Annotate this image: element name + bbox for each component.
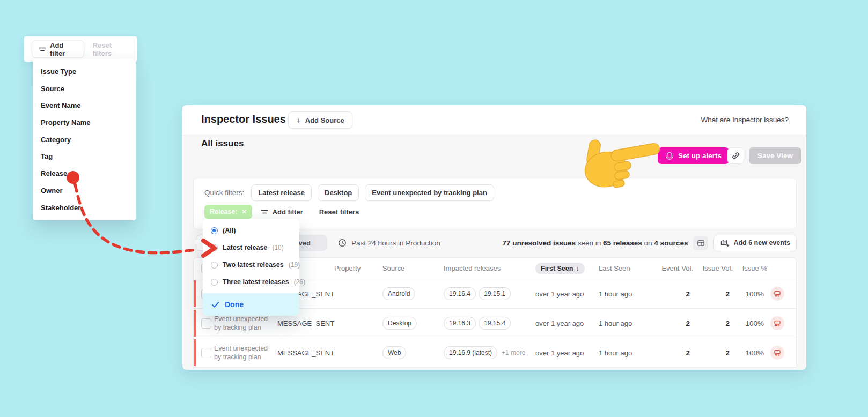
time-range-label: Past 24 hours in Production xyxy=(351,239,440,247)
last-seen-cell: 1 hour ago xyxy=(599,290,652,298)
first-seen-cell: over 1 year ago xyxy=(535,349,595,357)
radio-selected-icon xyxy=(211,227,218,234)
col-issue-vol[interactable]: Issue Vol. xyxy=(696,264,733,272)
reset-filters-button[interactable]: Reset filters xyxy=(319,208,359,216)
col-impacted-releases[interactable]: Impacted releases xyxy=(444,264,532,272)
row-checkbox[interactable] xyxy=(201,348,211,358)
filter-menu-item-stakeholder[interactable]: Stakeholder xyxy=(33,199,136,217)
release-option-count: (19) xyxy=(289,261,300,269)
release-badge: 19.15.1 xyxy=(479,287,511,300)
release-option-label: Three latest releases xyxy=(223,278,289,286)
issue-vol-cell: 2 xyxy=(696,319,733,327)
issue-vol-cell: 2 xyxy=(696,349,733,357)
issue-type-cell: Event unexpected by tracking plan xyxy=(214,315,274,332)
release-option-three-latest[interactable]: Three latest releases (26) xyxy=(203,273,299,291)
summary-sources-count: 4 sources xyxy=(654,239,688,247)
save-view-button[interactable]: Save View xyxy=(749,147,801,164)
release-option-two-latest[interactable]: Two latest releases (19) xyxy=(203,256,299,273)
add-source-label: Add Source xyxy=(305,116,344,124)
col-source[interactable]: Source xyxy=(382,264,440,272)
add-source-button[interactable]: + Add Source xyxy=(288,111,352,129)
filter-menu-item-issue-type[interactable]: Issue Type xyxy=(33,63,136,80)
filter-lines-icon xyxy=(39,46,46,53)
release-filter-chip[interactable]: Release: ✕ xyxy=(204,205,252,219)
last-seen-cell: 1 hour ago xyxy=(599,319,652,327)
close-icon[interactable]: ✕ xyxy=(241,208,246,215)
table-view-button[interactable] xyxy=(693,236,708,250)
clock-icon xyxy=(338,239,347,247)
release-badge: 19.16.3 xyxy=(444,317,476,330)
filter-menu-item-property-name[interactable]: Property Name xyxy=(33,114,136,131)
summary-text: on xyxy=(642,239,654,247)
release-option-label: Two latest releases xyxy=(223,261,284,269)
filter-lines-icon xyxy=(261,208,268,215)
filter-menu-item-event-name[interactable]: Event Name xyxy=(33,97,136,114)
release-option-label: Latest release xyxy=(223,244,267,251)
bell-icon xyxy=(665,152,674,160)
section-title: All issues xyxy=(201,138,244,149)
filter-menu-item-source[interactable]: Source xyxy=(33,80,136,98)
event-vol-cell: 2 xyxy=(656,319,693,327)
first-seen-cell: over 1 year ago xyxy=(535,290,595,298)
copy-link-button[interactable] xyxy=(727,147,744,164)
issue-vol-cell: 2 xyxy=(696,290,733,298)
tracking-plan-issue-icon xyxy=(770,287,784,301)
add-new-events-label: Add 6 new events xyxy=(733,239,790,247)
release-option-count: (10) xyxy=(272,244,283,251)
filter-type-menu: Issue Type Source Event Name Property Na… xyxy=(33,59,136,220)
plus-icon: + xyxy=(296,116,301,125)
source-badge: Android xyxy=(382,287,415,300)
radio-icon xyxy=(211,279,218,286)
release-option-all[interactable]: (All) xyxy=(203,222,299,239)
issue-pct-cell: 100% xyxy=(736,349,767,357)
col-issue-pct[interactable]: Issue % xyxy=(736,264,767,272)
quick-filter-latest-release[interactable]: Latest release xyxy=(251,184,312,201)
release-option-count: (26) xyxy=(294,278,305,286)
page: Inspector Issues + Add Source What are I… xyxy=(0,0,868,417)
reset-filters-button[interactable]: Reset filters xyxy=(93,41,129,57)
map-plus-icon xyxy=(720,239,730,247)
issue-type-cell: Event unexpected by tracking plan xyxy=(214,344,274,362)
filter-menu-item-category[interactable]: Category xyxy=(33,131,136,148)
add-filter-button[interactable]: Add filter xyxy=(261,208,303,216)
summary-releases-count: 65 releases xyxy=(603,239,642,247)
event-name-cell: MESSAGE_SENT xyxy=(277,349,331,357)
floating-filter-toolbar: Add filter Reset filters xyxy=(24,36,137,62)
quick-filter-event-unexpected[interactable]: Event unexpected by tracking plan xyxy=(365,184,494,201)
quick-filter-desktop[interactable]: Desktop xyxy=(318,184,359,201)
more-releases-label[interactable]: +1 more xyxy=(502,349,525,356)
link-icon xyxy=(731,151,740,160)
done-label: Done xyxy=(225,300,244,309)
source-badge: Web xyxy=(382,346,406,359)
col-first-seen-sorted[interactable]: First Seen↓ xyxy=(535,263,585,274)
add-new-events-button[interactable]: Add 6 new events xyxy=(713,235,797,251)
col-event-vol[interactable]: Event Vol. xyxy=(656,264,693,272)
filter-menu-item-release[interactable]: Release xyxy=(33,165,136,182)
add-filter-button[interactable]: Add filter xyxy=(32,40,84,58)
filter-menu-item-tag[interactable]: Tag xyxy=(33,148,136,165)
first-seen-cell: over 1 year ago xyxy=(535,319,595,327)
event-vol-cell: 2 xyxy=(656,290,693,298)
release-filter-dropdown: (All) Latest release (10) Two latest rel… xyxy=(203,219,299,316)
radio-icon xyxy=(211,262,218,269)
issues-summary: 77 unresolved issues seen in 65 releases… xyxy=(502,239,688,247)
release-option-latest[interactable]: Latest release (10) xyxy=(203,239,299,256)
col-last-seen[interactable]: Last Seen xyxy=(599,264,652,272)
page-title: Inspector Issues xyxy=(201,113,286,125)
quick-filters-row: Quick filters: Latest release Desktop Ev… xyxy=(204,184,494,201)
col-property[interactable]: Property xyxy=(334,264,379,272)
done-button[interactable]: Done xyxy=(203,293,299,316)
add-filter-label: Add filter xyxy=(273,208,303,216)
release-badge: 19.16.4 xyxy=(444,287,476,300)
inspector-help-link[interactable]: What are Inspector issues? xyxy=(701,116,789,124)
set-up-alerts-button[interactable]: Set up alerts xyxy=(658,147,729,164)
table-row[interactable]: Event unexpected by tracking plan MESSAG… xyxy=(194,338,796,368)
issue-pct-cell: 100% xyxy=(736,319,767,327)
filter-menu-item-owner[interactable]: Owner xyxy=(33,182,136,199)
row-checkbox[interactable] xyxy=(201,318,211,329)
add-filter-label: Add filter xyxy=(50,41,77,57)
event-vol-cell: 2 xyxy=(656,349,693,357)
time-range-filter[interactable]: Past 24 hours in Production xyxy=(338,239,440,247)
panel-header: Inspector Issues + Add Source What are I… xyxy=(182,105,806,135)
table-grid-icon xyxy=(697,239,705,247)
